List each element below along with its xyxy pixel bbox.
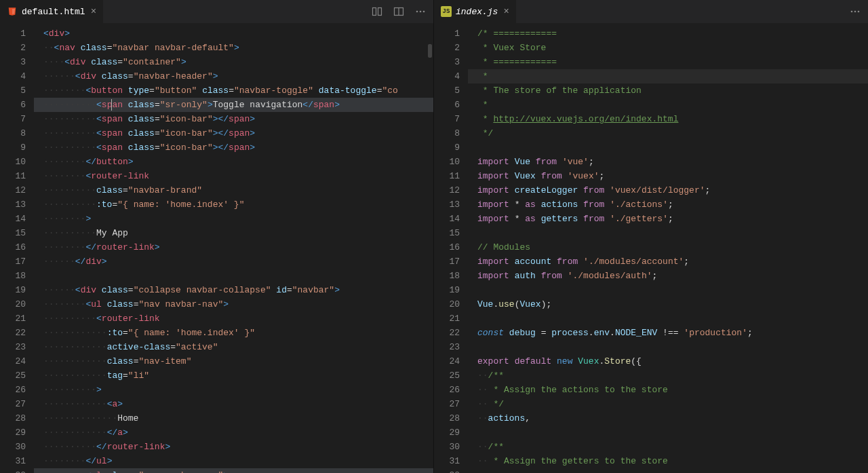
code-line[interactable]: ············<a> — [34, 397, 433, 411]
scroll-thumb[interactable] — [428, 44, 432, 58]
code-line[interactable] — [468, 226, 868, 240]
code-line[interactable]: ············tag="li" — [34, 368, 433, 383]
code-line[interactable]: ····<div class="container"> — [34, 55, 433, 69]
code-line[interactable]: ··/** — [468, 368, 868, 383]
code-line[interactable]: ··········<span class="icon-bar"></span> — [34, 140, 433, 155]
code-left[interactable]: <div>··<nav class="navbar navbar-default… — [34, 24, 433, 473]
code-line[interactable]: * Vuex Store — [468, 41, 868, 55]
code-line[interactable]: ······<div class="collapse navbar-collap… — [34, 283, 433, 297]
line-number: 11 — [0, 169, 26, 183]
line-number: 24 — [0, 354, 26, 368]
line-number: 8 — [0, 126, 26, 140]
diff-icon[interactable] — [371, 5, 383, 18]
line-number: 19 — [434, 283, 460, 297]
code-line[interactable]: ········</ul> — [34, 454, 433, 468]
code-line[interactable]: ········<ul class="nav navbar-nav"> — [34, 468, 433, 473]
code-line[interactable]: ·· */ — [468, 397, 868, 411]
code-line[interactable]: ··········My App — [34, 226, 433, 240]
line-number: 32 — [434, 468, 460, 473]
code-line[interactable] — [468, 140, 868, 155]
code-line[interactable]: import Vue from 'vue'; — [468, 155, 868, 169]
code-line[interactable]: /* ============ — [468, 26, 868, 41]
code-line[interactable] — [468, 311, 868, 326]
code-line[interactable]: // Modules — [468, 240, 868, 254]
code-line[interactable]: ··········<span class="icon-bar"></span> — [34, 112, 433, 126]
code-line[interactable]: ··········<span class="sr-only">Toggle n… — [34, 98, 433, 112]
code-line[interactable]: ············active-class="active" — [34, 340, 433, 354]
line-number: 9 — [434, 140, 460, 155]
line-number: 3 — [434, 55, 460, 69]
code-line[interactable]: import account from './modules/account'; — [468, 254, 868, 269]
code-line[interactable]: ··········:to="{ name: 'home.index' }" — [34, 197, 433, 212]
line-number: 7 — [0, 112, 26, 126]
close-icon[interactable]: × — [91, 7, 96, 16]
code-line[interactable]: ··/** — [468, 440, 868, 454]
tab-index-js[interactable]: JS index.js × — [434, 0, 517, 23]
line-number: 25 — [434, 368, 460, 383]
line-number: 6 — [0, 98, 26, 112]
code-line[interactable]: ··actions, — [468, 411, 868, 425]
code-line[interactable] — [468, 283, 868, 297]
code-line[interactable]: ··········class="navbar-brand" — [34, 183, 433, 197]
code-line[interactable]: ········> — [34, 212, 433, 226]
more-icon[interactable] — [414, 5, 427, 18]
code-line[interactable]: ············</a> — [34, 425, 433, 440]
code-line[interactable]: ··········<router-link — [34, 311, 433, 326]
line-number: 5 — [0, 83, 26, 98]
code-line[interactable]: ············class="nav-item" — [34, 354, 433, 368]
code-line[interactable]: ··········> — [34, 383, 433, 397]
code-line[interactable]: ········</button> — [34, 155, 433, 169]
code-line[interactable]: ········</router-link> — [34, 240, 433, 254]
code-area-right[interactable]: 1234567891011121314151617181920212223242… — [434, 24, 868, 473]
code-line[interactable]: import createLogger from 'vuex/dist/logg… — [468, 183, 868, 197]
code-line[interactable]: import * as getters from './getters'; — [468, 212, 868, 226]
html-file-icon — [7, 6, 18, 17]
js-file-icon: JS — [441, 6, 452, 17]
tab-label: default.html — [22, 7, 85, 17]
code-line[interactable] — [468, 425, 868, 440]
code-line[interactable]: const debug = process.env.NODE_ENV !== '… — [468, 326, 868, 340]
code-line[interactable]: ············:to="{ name: 'home.index' }" — [34, 326, 433, 340]
code-line[interactable]: ········<router-link — [34, 169, 433, 183]
code-line[interactable]: <div> — [34, 26, 433, 41]
code-line[interactable] — [34, 269, 433, 283]
code-line[interactable]: * — [468, 69, 868, 83]
minimap-left[interactable] — [427, 24, 433, 473]
line-number: 2 — [434, 41, 460, 55]
code-line[interactable] — [468, 340, 868, 354]
code-line[interactable]: export default new Vuex.Store({ — [468, 354, 868, 368]
code-line[interactable]: ········<button type="button" class="nav… — [34, 83, 433, 98]
code-right[interactable]: /* ============ * Vuex Store * =========… — [468, 24, 868, 473]
code-line[interactable]: ·· * Assign the actions to the store — [468, 383, 868, 397]
line-number: 23 — [434, 340, 460, 354]
code-line[interactable]: ······</div> — [34, 254, 433, 269]
more-icon[interactable] — [849, 5, 861, 18]
code-line[interactable]: ······<div class="navbar-header"> — [34, 69, 433, 83]
split-editor-icon[interactable] — [393, 5, 405, 18]
code-line[interactable]: import * as actions from './actions'; — [468, 197, 868, 212]
line-number: 27 — [434, 397, 460, 411]
code-line[interactable]: import Vuex from 'vuex'; — [468, 169, 868, 183]
code-line[interactable]: ··············Home — [34, 411, 433, 425]
line-number: 4 — [0, 69, 26, 83]
code-line[interactable]: */ — [468, 126, 868, 140]
editor-pane-left: default.html × 1234567891011121314151617… — [0, 0, 434, 473]
code-line[interactable]: ··<nav class="navbar navbar-default"> — [34, 41, 433, 55]
code-line[interactable]: * http://vuex.vuejs.org/en/index.html — [468, 112, 868, 126]
code-line[interactable]: * — [468, 98, 868, 112]
code-line[interactable]: ·· * Assign the getters to the store — [468, 454, 868, 468]
code-line[interactable]: * ============ — [468, 55, 868, 69]
line-number: 22 — [0, 326, 26, 340]
code-line[interactable]: import auth from './modules/auth'; — [468, 269, 868, 283]
close-icon[interactable]: × — [503, 7, 509, 16]
code-line[interactable]: ··········<span class="icon-bar"></span> — [34, 126, 433, 140]
tab-default-html[interactable]: default.html × — [0, 0, 104, 23]
code-line[interactable]: * The store of the application — [468, 83, 868, 98]
code-line[interactable]: Vue.use(Vuex); — [468, 297, 868, 311]
line-number: 32 — [0, 468, 26, 473]
code-line[interactable]: ··········</router-link> — [34, 440, 433, 454]
code-line[interactable]: ········<ul class="nav navbar-nav"> — [34, 297, 433, 311]
code-line[interactable]: ·· — [468, 468, 868, 473]
line-number: 17 — [0, 254, 26, 269]
code-area-left[interactable]: 1234567891011121314151617181920212223242… — [0, 24, 433, 473]
